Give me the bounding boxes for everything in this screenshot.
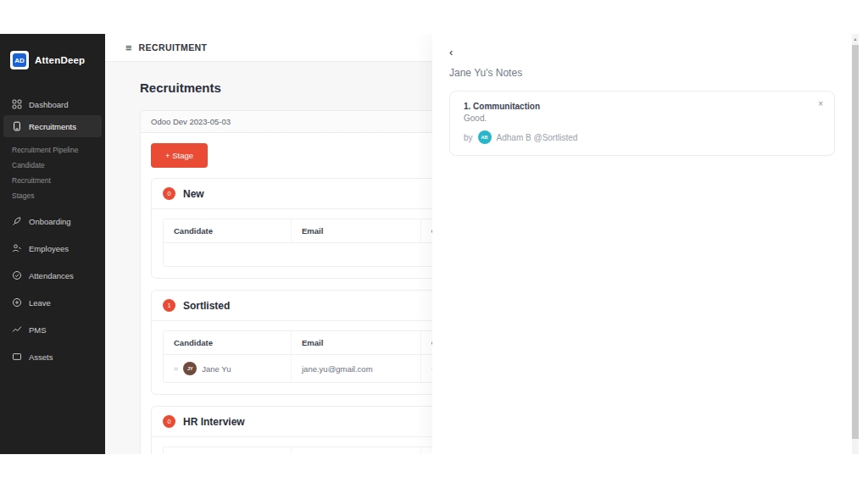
close-icon[interactable]: × [818,100,823,108]
sidebar-item-label: Attendances [29,271,74,280]
column-header-candidate: Candidate [164,331,292,355]
sidebar-item-label: Employees [29,244,69,253]
note-card: × 1. Communitaction Good. by AB Adham B … [449,91,835,156]
sidebar-nav: Dashboard Recruitments Recruitment Pipel… [0,93,105,368]
notes-panel-title: Jane Yu's Notes [449,67,835,79]
circle-dot-icon [12,297,22,308]
sidebar-item-label: Onboarding [29,217,71,226]
sidebar-item-assets[interactable]: Assets [0,346,105,368]
stage-count-badge: 1 [163,299,175,312]
logo-icon: AD [10,51,29,69]
sidebar-item-pms[interactable]: PMS [0,319,105,341]
sidebar-item-recruitments[interactable]: Recruitments [3,115,102,137]
note-body: Good. [464,114,822,123]
column-header-candidate: Candidate [164,219,292,243]
page: AD AttenDeep Dashboard Recruitments Recr… [0,0,868,488]
line-chart-icon [12,324,22,335]
sidebar-item-onboarding[interactable]: Onboarding [0,210,105,232]
author-avatar: AB [478,130,492,144]
sidebar-item-label: Assets [29,352,53,362]
scrollbar-thumb[interactable] [852,45,859,439]
stage-name: New [183,188,204,200]
back-chevron-icon[interactable]: ‹ [449,46,461,58]
clock-check-icon [12,270,22,280]
dashboard-icon [12,99,22,109]
sidebar: AD AttenDeep Dashboard Recruitments Recr… [0,34,105,454]
sidebar-subnav-recruitments: Recruitment Pipeline Candidate Recruitme… [0,137,105,210]
sidebar-subitem-recruitment[interactable]: Recruitment [12,173,105,188]
column-header-email: Email [292,219,421,243]
note-author: Adham B @Sortlisted [497,133,578,142]
note-by-label: by [464,133,473,142]
sidebar-item-label: Leave [29,298,51,308]
sidebar-subitem-recruitment-pipeline[interactable]: Recruitment Pipeline [12,142,105,158]
stage-name: HR Interview [183,416,245,428]
logo-initials: AD [13,53,26,67]
hamburger-menu-icon[interactable]: ≡ [125,42,132,53]
monitor-icon [12,352,22,362]
rocket-icon [12,216,22,226]
sidebar-subitem-stages[interactable]: Stages [12,188,105,203]
scroll-up-arrow-icon[interactable]: ▲ [852,34,859,44]
sidebar-item-label: Recruitments [29,122,76,131]
column-header-email: Email [292,447,421,454]
sidebar-item-employees[interactable]: Employees [0,237,105,259]
stage-name: Sortlisted [183,300,230,312]
candidate-name: Jane Yu [202,364,231,374]
column-header-candidate: Candidate [164,447,292,454]
sidebar-item-label: PMS [29,325,47,335]
note-meta: by AB Adham B @Sortlisted [464,130,822,144]
add-stage-button[interactable]: + Stage [151,143,208,168]
document-icon [12,121,22,131]
app-logo[interactable]: AD AttenDeep [0,34,105,78]
sidebar-item-leave[interactable]: Leave [0,291,105,313]
app-window: AD AttenDeep Dashboard Recruitments Recr… [0,34,859,454]
vertical-scrollbar[interactable]: ▲ [852,34,859,454]
candidate-cell: = JY Jane Yu [164,355,292,382]
sidebar-subitem-candidate[interactable]: Candidate [12,158,105,173]
topbar-title: RECRUITMENT [139,42,208,53]
candidate-avatar: JY [183,362,197,375]
drag-handle-icon[interactable]: = [174,364,178,373]
column-header-email: Email [292,331,421,355]
sidebar-item-dashboard[interactable]: Dashboard [0,93,105,115]
sidebar-item-attendances[interactable]: Attendances [0,264,105,286]
people-icon [12,243,22,253]
note-title: 1. Communitaction [464,102,822,111]
stage-count-badge: 0 [163,187,175,200]
sidebar-item-label: Dashboard [29,100,68,109]
stage-count-badge: 0 [163,415,175,428]
notes-panel: ‹ Jane Yu's Notes × 1. Communitaction Go… [432,34,852,454]
candidate-email: jane.yu@gmail.com [292,355,421,382]
app-name: AttenDeep [35,55,85,65]
